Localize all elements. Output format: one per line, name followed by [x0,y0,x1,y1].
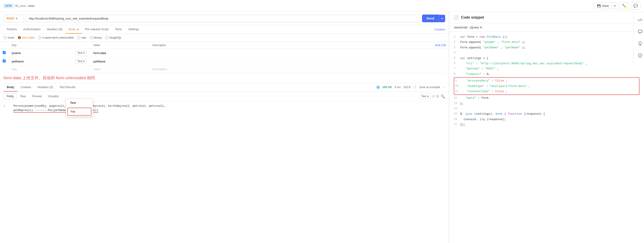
row-checkbox[interactable] [3,60,6,63]
tab-settings[interactable]: Settings [125,25,142,34]
code-text: form.append( "pname" , "form-data" ); [460,40,526,45]
cookies-button[interactable]: Cookies [434,28,445,31]
col-header-actions: ··· Bulk Edit [426,42,449,49]
chevron-down-icon: ▾ [83,51,84,55]
line-number: 3 [454,45,460,50]
resp-tab-test-results[interactable]: Test Results [56,83,79,92]
option-raw[interactable]: raw [77,36,86,39]
code-line-12: 12 "data" : form [454,95,640,101]
breadcrumb-parent[interactable]: 00_mca [15,4,26,8]
line-number: 1 [454,34,460,40]
value-placeholder[interactable]: Value [94,68,101,71]
code-line-1: 1 var form = new FormData (); [454,34,640,40]
filter-icon-button[interactable]: ≡ [432,94,434,98]
chevron-down-icon: ▾ [83,60,84,63]
code-line-3: 3 form.append( "petName" , "petName" ); [454,45,640,50]
form-data-table-wrapper: Key Value Description ··· Bulk Edit [0,42,449,73]
tab-pre-request[interactable]: Pre-request Script [82,25,112,34]
save-dropdown-button[interactable]: ▾ [612,3,618,9]
save-example-button[interactable]: Save as example [419,86,440,89]
body-options: none form-data x-www-form-urlencoded raw… [0,34,449,42]
tab-params[interactable]: Params [4,25,20,34]
code-line-2: 2 form.append( "pname" , "form-data" ); [454,40,640,45]
row-value[interactable]: petName [94,60,106,63]
code-line-11: 11 "contentType" : false , [455,89,638,94]
code-text: var form = new FormData (); [460,34,508,40]
text-format-dropdown[interactable]: Text ▾ [419,94,430,99]
more-options-icon[interactable]: ··· [430,44,433,47]
form-data-table: Key Value Description ··· Bulk Edit [0,42,449,73]
type-selector[interactable]: Text ▾ [75,59,86,64]
option-none[interactable]: none [4,36,14,39]
row-value[interactable]: form-data [94,51,106,55]
code-line-5: 5 var settings = { [454,56,640,61]
row-key[interactable]: pname [12,51,21,55]
method-label: POST [6,17,14,20]
bulk-edit-button[interactable]: Bulk Edit [436,44,446,47]
chat-icon-button[interactable] [636,27,644,36]
line-number: 8 [454,72,460,77]
option-graphql[interactable]: GraphQL [106,36,122,39]
option-urlencoded[interactable]: x-www-form-urlencoded [38,36,74,39]
response-size: 316 B [404,86,410,89]
fmt-tab-visualize[interactable]: Visualize [45,94,62,99]
copy-icon-button[interactable]: ⧉ [436,94,439,98]
code-text [460,106,462,111]
line-number: 10 [455,84,462,89]
search-icon-button[interactable]: 🔍 [440,94,445,99]
save-button[interactable]: 💾 Save [594,3,612,9]
info-icon-button[interactable] [636,51,644,60]
chevron-down-icon: ▾ [427,95,428,98]
line-number: 9 [455,78,462,83]
resp-tab-body[interactable]: Body [4,83,18,92]
url-input[interactable] [26,15,420,22]
lightbulb-icon-button[interactable] [636,39,644,48]
row-checkbox[interactable] [3,51,6,54]
send-button[interactable]: Send [422,15,439,22]
more-options-icon[interactable]: ··· [443,86,445,89]
breadcrumb-child: ooxx [28,4,34,8]
option-binary[interactable]: binary [90,36,102,39]
resp-tab-headers[interactable]: Headers (5) [34,83,56,92]
line-number: 6 [454,61,460,66]
left-panel: POST ▾ Send ▾ Params Authorization Heade… [0,12,449,243]
tab-headers[interactable]: Headers (8) [44,25,66,34]
type-selector[interactable]: Text ▾ [75,51,86,55]
snippet-icon: 📄 [454,15,459,20]
dropdown-item-file[interactable]: File [67,108,92,116]
tab-authorization[interactable]: Authorization [20,25,44,34]
row-key[interactable]: petName [12,60,24,63]
comment-icon-button[interactable]: 💬 [631,2,640,10]
code-text: "url" : "http://localhost:8080/spring_mv… [460,61,588,66]
line-number: 7 [454,66,460,71]
key-placeholder[interactable]: Key [12,68,17,71]
save-button-group: 💾 Save ▾ [594,3,618,9]
fmt-tab-preview[interactable]: Preview [29,94,44,99]
text-format-label: Text [421,95,426,98]
option-form-data[interactable]: form-data [18,36,35,39]
send-dropdown-button[interactable]: ▾ [439,15,445,22]
line-number: 5 [454,56,460,61]
resp-format-right: Text ▾ ≡ ⧉ 🔍 [419,94,445,99]
save-icon: 📄 [413,86,416,89]
response-tabs-bar: Body Cookies Headers (5) Test Results 🌐 … [0,83,449,92]
fmt-tab-raw[interactable]: Raw [18,94,28,99]
language-selector[interactable]: JavaScript - jQuery ▾ [449,23,644,32]
url-bar: POST ▾ Send ▾ [0,12,449,25]
language-label: JavaScript - jQuery [454,26,479,29]
code-line-15: 15 $. ajax (settings). done ( function (… [454,111,640,117]
dropdown-item-text[interactable]: Text [66,99,93,107]
breadcrumb: 00_mca / ooxx [15,4,34,8]
tab-body[interactable]: Body [66,25,82,34]
resp-tab-cookies[interactable]: Cookies [18,83,34,92]
code-text: "mimeType" : "multipart/form-data" , [462,84,530,89]
fmt-tab-pretty[interactable]: Pretty [4,93,16,99]
chevron-down-icon: ▾ [480,26,482,29]
method-select[interactable]: POST ▾ [4,15,24,22]
code-line-9: 9 "processData" : false , [455,78,638,83]
edit-icon-button[interactable]: ✏️ [620,2,629,10]
tab-tests[interactable]: Tests [112,25,125,34]
snippet-title: Code snippet [461,16,484,20]
code-snippet-icon-button[interactable] [636,16,644,25]
col-header-value: Value [91,42,150,49]
